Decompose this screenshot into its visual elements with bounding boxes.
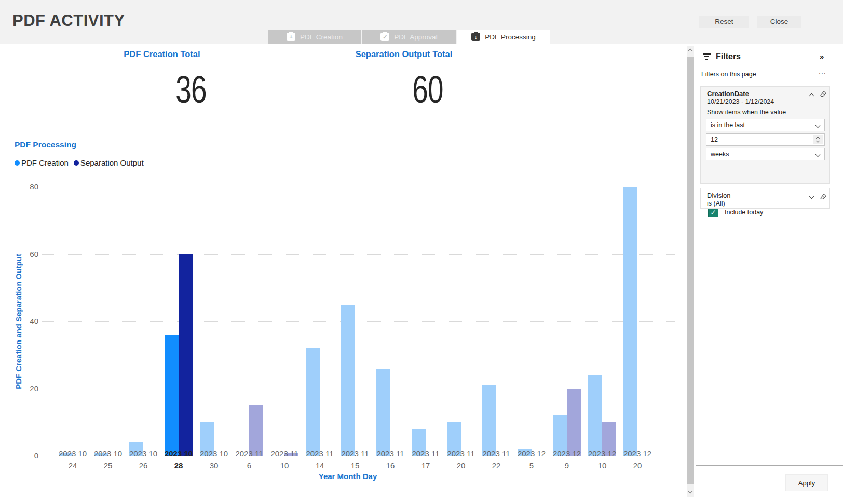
x-tick-label: 2023 1210 bbox=[582, 447, 622, 471]
reset-button[interactable]: Reset bbox=[699, 16, 749, 28]
filter-funnel-icon bbox=[702, 53, 711, 60]
bar-pdf-creation[interactable] bbox=[165, 335, 179, 456]
bar-pdf-creation[interactable] bbox=[306, 348, 320, 456]
filters-subtitle: Filters on this page bbox=[701, 71, 756, 78]
chevron-down-icon[interactable] bbox=[810, 195, 814, 199]
apply-button[interactable]: Apply bbox=[785, 474, 828, 491]
bar-pdf-creation[interactable] bbox=[482, 385, 496, 456]
y-tick-label: 0 bbox=[7, 451, 38, 460]
bar-pdf-creation[interactable] bbox=[376, 369, 390, 456]
division-filter-card: Division is (All) bbox=[700, 188, 830, 209]
include-today-row: ✓ Include today bbox=[708, 207, 763, 217]
chevron-up-icon[interactable] bbox=[810, 92, 814, 97]
legend-dot-icon bbox=[15, 160, 20, 166]
scrollbar-thumb[interactable] bbox=[687, 57, 694, 484]
x-tick-label: 2023 1120 bbox=[441, 447, 481, 471]
tab-strip: +PDF Creation✓PDF Approval↓PDF Processin… bbox=[268, 30, 551, 44]
page-title: PDF ACTIVITY bbox=[12, 11, 125, 30]
chevron-down-icon bbox=[816, 124, 820, 128]
gridline-60 bbox=[42, 254, 675, 255]
clear-filter-eraser-icon[interactable] bbox=[819, 90, 827, 98]
kpi-value: 60 bbox=[386, 71, 470, 109]
filters-header: Filters bbox=[702, 52, 741, 61]
tab-label: PDF Creation bbox=[300, 33, 343, 41]
kpi-title: PDF Creation Total bbox=[84, 49, 240, 59]
y-tick-label: 40 bbox=[7, 317, 38, 325]
y-tick-label: 60 bbox=[7, 250, 38, 258]
chart-legend: PDF CreationSeparation Output bbox=[15, 158, 144, 167]
tab-pdf-processing[interactable]: ↓PDF Processing bbox=[457, 30, 550, 44]
x-tick-label: 2023 116 bbox=[229, 447, 269, 471]
x-tick-label: 2023 1117 bbox=[406, 447, 445, 471]
gridline-80 bbox=[42, 187, 675, 187]
x-tick-label: 2023 1025 bbox=[88, 447, 128, 471]
tab-label: PDF Processing bbox=[485, 33, 536, 41]
include-today-checkbox[interactable]: ✓ bbox=[708, 207, 718, 217]
x-tick-label: 2023 1114 bbox=[300, 447, 339, 471]
x-tick-label: 2023 1122 bbox=[477, 447, 516, 471]
number-spinner[interactable] bbox=[813, 135, 823, 144]
legend-item-pdf-creation[interactable]: PDF Creation bbox=[15, 158, 69, 167]
include-today-label: Include today bbox=[725, 209, 763, 216]
y-tick-label: 80 bbox=[7, 182, 38, 191]
chevron-down-icon bbox=[816, 153, 820, 157]
tab-label: PDF Approval bbox=[394, 33, 437, 41]
tab-pdf-approval[interactable]: ✓PDF Approval bbox=[362, 30, 456, 44]
legend-label: PDF Creation bbox=[21, 158, 69, 167]
bar-pdf-creation[interactable] bbox=[588, 375, 602, 456]
bar-pdf-creation[interactable] bbox=[623, 187, 637, 456]
x-tick-label: 2023 125 bbox=[512, 447, 551, 471]
y-tick-label: 20 bbox=[7, 384, 38, 393]
legend-item-separation-output[interactable]: Separation Output bbox=[74, 158, 144, 167]
condition-dropdown[interactable]: is in the last bbox=[706, 119, 825, 131]
collapse-pane-icon[interactable]: » bbox=[820, 52, 824, 61]
kpi-value: 36 bbox=[149, 71, 234, 109]
filters-panel: Filters » Filters on this page ... Creat… bbox=[696, 44, 843, 504]
x-axis-title: Year Month Day bbox=[218, 472, 478, 481]
filter-current-value: is (All) bbox=[707, 200, 725, 207]
clear-filter-eraser-icon[interactable] bbox=[819, 193, 827, 201]
x-tick-label: 2023 1220 bbox=[618, 447, 657, 471]
more-options-icon[interactable]: ... bbox=[819, 67, 826, 76]
clipboard-check-icon: ✓ bbox=[380, 33, 389, 41]
pdf-activity-window: PDF ACTIVITY Reset Close +PDF Creation✓P… bbox=[0, 0, 843, 504]
clipboard-plus-icon: + bbox=[287, 33, 295, 41]
show-items-label: Show items when the value bbox=[707, 108, 786, 116]
creation-date-filter-card: CreationDate 10/21/2023 - 1/12/2024 Show… bbox=[700, 86, 830, 184]
x-tick-label: 2023 1028 bbox=[159, 447, 198, 471]
close-button[interactable]: Close bbox=[757, 16, 801, 28]
scroll-up-arrow-icon[interactable] bbox=[687, 46, 694, 55]
bar-pdf-creation[interactable] bbox=[341, 305, 355, 456]
amount-input-wrap bbox=[706, 133, 825, 146]
legend-dot-icon bbox=[74, 160, 79, 166]
x-tick-label: 2023 1026 bbox=[124, 447, 163, 471]
panel-divider bbox=[696, 465, 843, 466]
clipboard-arrow-down-icon: ↓ bbox=[471, 33, 480, 41]
scroll-down-arrow-icon[interactable] bbox=[687, 488, 694, 497]
x-tick-label: 2023 129 bbox=[547, 447, 587, 471]
filters-title: Filters bbox=[716, 52, 741, 61]
unit-dropdown[interactable]: weeks bbox=[706, 148, 825, 160]
x-tick-label: 2023 1115 bbox=[335, 447, 375, 471]
page-scrollbar[interactable] bbox=[687, 46, 694, 497]
x-tick-label: 2023 1110 bbox=[265, 447, 304, 471]
kpi-title: Separation Output Total bbox=[326, 49, 482, 59]
filter-field-name: CreationDate bbox=[707, 90, 749, 98]
amount-input[interactable] bbox=[706, 134, 824, 145]
chart-title: PDF Processing bbox=[15, 140, 76, 149]
x-tick-label: 2023 1116 bbox=[371, 447, 410, 471]
bar-separation-output[interactable] bbox=[179, 254, 193, 456]
filter-current-range: 10/21/2023 - 1/12/2024 bbox=[707, 98, 774, 105]
filter-field-name: Division bbox=[707, 192, 731, 199]
x-tick-label: 2023 1030 bbox=[194, 447, 234, 471]
header-bar: PDF ACTIVITY Reset Close +PDF Creation✓P… bbox=[0, 0, 843, 44]
tab-pdf-creation[interactable]: +PDF Creation bbox=[268, 30, 361, 44]
legend-label: Separation Output bbox=[80, 158, 144, 167]
x-tick-label: 2023 1024 bbox=[53, 447, 92, 471]
bar-separation-output[interactable] bbox=[567, 389, 581, 456]
gridline-40 bbox=[42, 321, 675, 322]
